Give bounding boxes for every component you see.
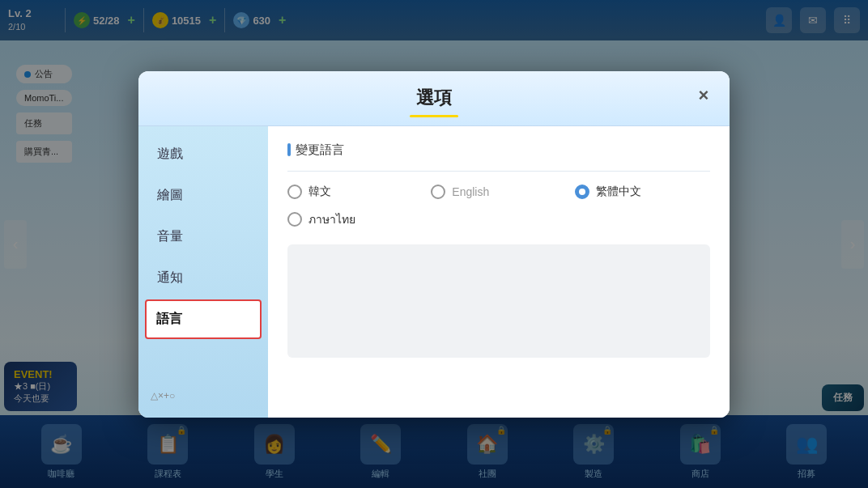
radio-label-traditional_chinese: 繁體中文 (596, 185, 641, 199)
sidebar-tab-game[interactable]: 遊戲 (138, 134, 268, 174)
radio-circle-korean (287, 185, 302, 199)
radio-label-thai: ภาษาไทย (308, 210, 355, 228)
sidebar-tab-notification[interactable]: 通知 (138, 258, 268, 298)
language-option-korean[interactable]: 韓文 (287, 185, 423, 199)
sidebar-footer: △×+○ (138, 382, 268, 409)
radio-circle-traditional_chinese (575, 185, 589, 199)
language-option-english[interactable]: English (431, 185, 566, 199)
sidebar-tab-graphics[interactable]: 繪圖 (138, 176, 268, 215)
sidebar-tab-language[interactable]: 語言 (145, 299, 262, 339)
language-option-thai[interactable]: ภาษาไทย (287, 210, 423, 228)
modal-title-underline (410, 115, 458, 117)
modal-header: 選項 × (138, 71, 730, 126)
modal-overlay: 選項 × 遊戲繪圖音量通知語言△×+○ 變更語言 韓文English繁體中文ภา… (0, 0, 868, 488)
content-lower-area (287, 244, 710, 358)
sidebar-tab-audio[interactable]: 音量 (138, 217, 268, 257)
modal-content-area: 變更語言 韓文English繁體中文ภาษาไทย (268, 126, 730, 418)
options-modal: 選項 × 遊戲繪圖音量通知語言△×+○ 變更語言 韓文English繁體中文ภา… (138, 71, 730, 418)
modal-sidebar: 遊戲繪圖音量通知語言△×+○ (138, 126, 268, 418)
language-section-title: 變更語言 (287, 142, 710, 158)
language-options-group: 韓文English繁體中文ภาษาไทย (287, 185, 710, 228)
radio-circle-english (431, 185, 445, 199)
section-separator (287, 171, 710, 172)
radio-circle-thai (287, 212, 302, 227)
language-option-traditional_chinese[interactable]: 繁體中文 (575, 185, 710, 199)
radio-label-english: English (452, 185, 489, 198)
modal-close-button[interactable]: × (691, 83, 717, 108)
modal-body: 遊戲繪圖音量通知語言△×+○ 變更語言 韓文English繁體中文ภาษาไทย (138, 126, 730, 418)
modal-title: 選項 (155, 86, 713, 110)
radio-label-korean: 韓文 (308, 185, 331, 199)
